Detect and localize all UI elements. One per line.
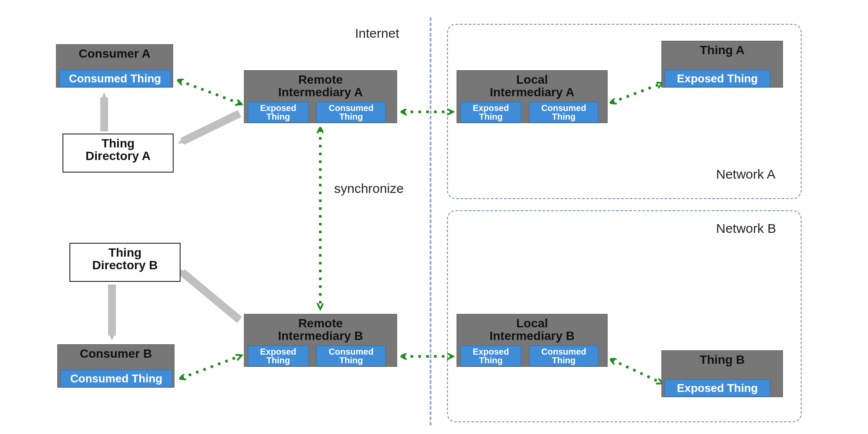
- local-intermediary-a-box: Local Intermediary A Exposed Thing Consu…: [457, 70, 608, 123]
- thing-directory-b-title: Thing Directory B: [70, 244, 180, 274]
- thing-a-box: Thing A Exposed Thing: [661, 41, 783, 88]
- link-consumer-b-remote-b: [181, 356, 241, 378]
- local-b-consumed-thing: Consumed Thing: [529, 346, 598, 366]
- remote-intermediary-b-title: Remote Intermediary B: [244, 314, 397, 344]
- local-intermediary-b-title: Local Intermediary B: [457, 314, 607, 344]
- network-b-label: Network B: [716, 221, 776, 236]
- link-consumer-a-remote-a: [179, 81, 241, 104]
- thing-b-box: Thing B Exposed Thing: [661, 350, 783, 397]
- diagram-canvas: Internet synchronize Network A Network B: [0, 0, 868, 434]
- thing-directory-b-box: Thing Directory B: [69, 243, 181, 282]
- arrow-remote-b-to-dir-b: [182, 272, 240, 320]
- network-a-label: Network A: [716, 167, 776, 182]
- remote-intermediary-a-title: Remote Intermediary A: [244, 71, 397, 101]
- thing-a-title: Thing A: [662, 41, 783, 58]
- consumer-b-consumed-thing: Consumed Thing: [60, 370, 172, 387]
- remote-intermediary-a-box: Remote Intermediary A Exposed Thing Cons…: [244, 70, 397, 123]
- consumer-b-box: Consumer B Consumed Thing: [57, 344, 174, 388]
- remote-b-exposed-thing: Exposed Thing: [248, 346, 309, 366]
- arrow-remote-a-to-dir-a: [182, 114, 240, 141]
- thing-b-title: Thing B: [662, 351, 783, 368]
- local-intermediary-a-title: Local Intermediary A: [457, 71, 607, 101]
- local-intermediary-b-box: Local Intermediary B Exposed Thing Consu…: [457, 314, 608, 367]
- consumer-a-consumed-thing: Consumed Thing: [59, 70, 171, 87]
- consumer-a-title: Consumer A: [56, 45, 173, 62]
- thing-directory-a-box: Thing Directory A: [62, 134, 174, 173]
- remote-a-exposed-thing: Exposed Thing: [248, 102, 309, 123]
- consumer-a-box: Consumer A Consumed Thing: [56, 44, 173, 88]
- thing-directory-a-title: Thing Directory A: [63, 134, 173, 164]
- remote-intermediary-b-box: Remote Intermediary B Exposed Thing Cons…: [244, 314, 397, 367]
- thing-b-exposed-thing: Exposed Thing: [664, 379, 770, 397]
- remote-b-consumed-thing: Consumed Thing: [316, 346, 386, 366]
- local-a-exposed-thing: Exposed Thing: [460, 102, 521, 123]
- local-a-consumed-thing: Consumed Thing: [529, 102, 598, 123]
- internet-label: Internet: [355, 26, 399, 41]
- consumer-b-title: Consumer B: [58, 345, 174, 362]
- remote-a-consumed-thing: Consumed Thing: [316, 102, 386, 123]
- local-b-exposed-thing: Exposed Thing: [460, 346, 521, 366]
- thing-a-exposed-thing: Exposed Thing: [664, 70, 770, 87]
- synchronize-label: synchronize: [334, 181, 404, 196]
- vertical-divider: [430, 17, 431, 425]
